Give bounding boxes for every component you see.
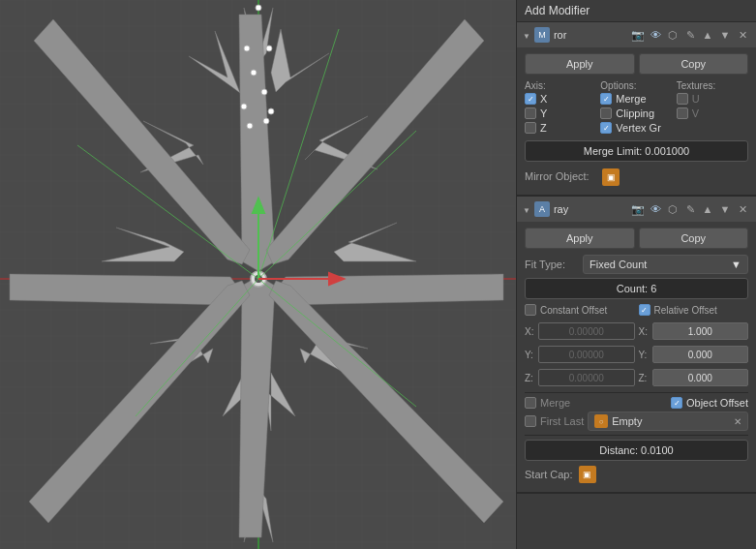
close-modifier-1-icon[interactable]: ✕ [735,27,750,43]
rel-z-input[interactable]: 0.000 [652,369,749,386]
down-arrow-icon[interactable]: ▼ [717,27,733,43]
close-modifier-2-icon[interactable]: ✕ [735,201,750,217]
array-apply-copy-row: Apply Copy [525,228,748,249]
eye-icon-2[interactable]: 👁 [648,201,663,217]
divider-1 [525,392,748,393]
axis-y-checkbox[interactable] [525,107,536,119]
rel-x-col: X: 1.000 [639,322,749,342]
options-col: Options: Merge Clipping Vertex Gr [600,80,672,137]
array-merge-label: Merge [540,397,570,409]
const-y-label: Y: [525,350,536,360]
axis-x-checkbox[interactable] [525,93,536,105]
textures-label: Textures: [677,80,748,91]
rel-z-field: Z: 0.000 [639,369,749,386]
add-modifier-label: Add Modifier [525,4,590,17]
eye-icon[interactable]: 👁 [648,27,663,43]
svg-point-71 [251,70,257,76]
v-row: V [677,107,748,119]
rel-y-col: Y: 0.000 [639,346,749,365]
vertex-gr-label: Vertex Gr [616,122,660,134]
rel-y-label: Y: [639,350,650,360]
array-merge-checkbox[interactable] [525,397,536,409]
empty-close-icon[interactable]: ✕ [734,416,741,427]
svg-point-70 [266,46,272,51]
camera-icon[interactable]: 📷 [630,27,646,43]
axis-z-row: Z [525,122,596,134]
merge-label: Merge [616,93,646,105]
const-x-input[interactable]: 0.00000 [538,322,635,340]
up-arrow-icon[interactable]: ▲ [700,27,715,43]
array-apply-button[interactable]: Apply [525,228,635,249]
u-row: U [677,93,748,105]
modifier-name: ror [554,29,626,41]
const-y-input[interactable]: 0.00000 [538,346,635,363]
modifier-type-icon: M [534,27,550,43]
fit-type-label: Fit Type: [525,259,583,270]
options-label: Options: [600,80,672,91]
merge-object-row: Merge Object Offset [525,397,748,409]
const-z-label: Z: [525,373,536,383]
const-z-input[interactable]: 0.00000 [538,369,635,386]
collapse-icon-2[interactable] [523,204,530,215]
render-icon[interactable]: ⬡ [665,27,680,43]
modifier-array-body: Apply Copy Fit Type: Fixed Count ▼ Count… [517,222,756,492]
axis-x-row: X [525,93,596,105]
axis-y-row: Y [525,107,596,119]
modifier-array-name: ray [554,203,626,215]
textures-col: Textures: U V [677,80,748,137]
constant-offset-checkbox[interactable] [525,304,536,316]
const-z-col: Z: 0.00000 [525,369,635,388]
clipping-checkbox[interactable] [600,107,612,119]
array-copy-button[interactable]: Copy [639,228,749,249]
axis-label: Axis: [525,80,596,91]
start-cap-row: Start Cap: ▣ [525,466,748,483]
merge-limit-button[interactable]: Merge Limit: 0.001000 [525,140,748,162]
edit-icon[interactable]: ✎ [682,27,698,43]
first-last-checkbox[interactable] [525,415,536,427]
rel-y-input[interactable]: 0.000 [652,346,749,363]
merge-row: Merge [600,93,672,105]
edit-icon-2[interactable]: ✎ [682,201,698,217]
distance-button[interactable]: Distanc: 0.0100 [525,440,748,461]
object-offset-checkbox[interactable] [671,397,682,409]
const-y-col: Y: 0.00000 [525,346,635,365]
rel-x-input[interactable]: 1.000 [652,322,749,340]
constant-offset-col: Constant Offset [525,304,635,319]
down-arrow-icon-2[interactable]: ▼ [717,201,733,217]
const-z-field: Z: 0.00000 [525,369,635,386]
constant-offset-label: Constant Offset [540,305,607,316]
u-checkbox[interactable] [677,93,688,105]
offset-y-row: Y: 0.00000 Y: 0.000 [525,346,748,365]
relative-offset-header: Relative Offset [639,304,749,316]
first-last-empty-row: First Last ○ Empty ✕ [525,412,748,431]
collapse-icon[interactable] [523,30,530,41]
axis-z-checkbox[interactable] [525,122,536,134]
mirror-apply-button[interactable]: Apply [525,53,635,75]
render-icon-2[interactable]: ⬡ [665,201,680,217]
const-x-label: X: [525,326,536,337]
camera-icon-2[interactable]: 📷 [630,201,646,217]
relative-offset-checkbox[interactable] [639,304,650,316]
fit-type-value-text: Fixed Count [590,259,647,270]
constant-offset-header: Constant Offset [525,304,635,316]
up-arrow-icon-2[interactable]: ▲ [700,201,715,217]
mirror-object-row: Mirror Object: ▣ [525,167,748,186]
v-checkbox[interactable] [677,107,688,119]
mirror-copy-button[interactable]: Copy [639,53,749,75]
merge-checkbox[interactable] [600,93,612,105]
fit-type-chevron: ▼ [731,259,741,270]
const-x-field: X: 0.00000 [525,322,635,340]
modifier-array-type-icon: A [534,201,550,217]
vertex-gr-checkbox[interactable] [600,122,612,134]
svg-marker-61 [10,274,240,305]
viewport[interactable] [0,0,516,549]
count-button[interactable]: Count: 6 [525,278,748,299]
offset-z-row: Z: 0.00000 Z: 0.000 [525,369,748,388]
empty-button[interactable]: ○ Empty ✕ [588,412,748,431]
start-cap-icon: ▣ [579,466,596,483]
offset-headers-row: Constant Offset Relative Offset [525,304,748,319]
modifier-mirror-header: M ror 📷 👁 ⬡ ✎ ▲ ▼ ✕ [517,22,756,47]
modifier-mirror-block: M ror 📷 👁 ⬡ ✎ ▲ ▼ ✕ Apply Copy Axis: [517,22,756,197]
axis-y-label: Y [540,107,547,119]
fit-type-dropdown[interactable]: Fixed Count ▼ [583,255,748,274]
